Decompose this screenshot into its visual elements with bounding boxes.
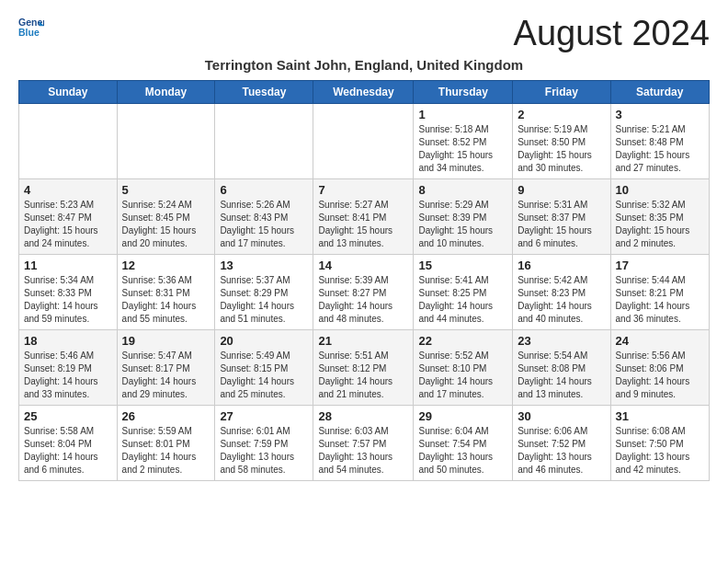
day-info: Sunrise: 5:23 AMSunset: 8:47 PMDaylight:…: [24, 199, 112, 250]
calendar-cell: 20 Sunrise: 5:49 AMSunset: 8:15 PMDaylig…: [215, 329, 313, 405]
day-info: Sunrise: 5:52 AMSunset: 8:10 PMDaylight:…: [418, 350, 507, 401]
day-info: Sunrise: 5:59 AMSunset: 8:01 PMDaylight:…: [122, 425, 210, 477]
calendar-cell: 29 Sunrise: 6:04 AMSunset: 7:54 PMDaylig…: [414, 405, 513, 480]
day-info: Sunrise: 6:04 AMSunset: 7:54 PMDaylight:…: [418, 425, 507, 477]
day-number: 13: [220, 259, 308, 272]
calendar-cell: 4 Sunrise: 5:23 AMSunset: 8:47 PMDayligh…: [19, 178, 118, 254]
day-number: 16: [518, 259, 605, 272]
day-info: Sunrise: 6:01 AMSunset: 7:59 PMDaylight:…: [220, 425, 308, 477]
day-number: 29: [418, 409, 507, 423]
calendar-week-row: 11 Sunrise: 5:34 AMSunset: 8:33 PMDaylig…: [19, 254, 710, 329]
day-number: 21: [318, 334, 408, 348]
calendar-cell: [215, 103, 313, 178]
day-number: 18: [24, 334, 112, 348]
weekday-header: Wednesday: [313, 80, 414, 103]
calendar-cell: 1 Sunrise: 5:18 AMSunset: 8:52 PMDayligh…: [414, 103, 513, 178]
day-info: Sunrise: 6:03 AMSunset: 7:57 PMDaylight:…: [318, 425, 408, 477]
day-info: Sunrise: 5:26 AMSunset: 8:43 PMDaylight:…: [220, 199, 308, 250]
calendar-cell: 15 Sunrise: 5:41 AMSunset: 8:25 PMDaylig…: [414, 254, 513, 329]
day-number: 26: [122, 409, 210, 423]
day-number: 9: [518, 183, 605, 197]
calendar-cell: 26 Sunrise: 5:59 AMSunset: 8:01 PMDaylig…: [117, 405, 215, 480]
day-number: 10: [616, 183, 704, 197]
calendar-cell: 19 Sunrise: 5:47 AMSunset: 8:17 PMDaylig…: [117, 329, 215, 405]
day-number: 5: [122, 183, 210, 197]
day-number: 19: [122, 334, 210, 348]
day-number: 12: [122, 259, 210, 272]
title-area: August 2024: [514, 15, 710, 53]
weekday-header: Friday: [513, 80, 610, 103]
day-info: Sunrise: 5:44 AMSunset: 8:21 PMDaylight:…: [616, 274, 704, 326]
day-number: 23: [518, 334, 605, 348]
day-number: 8: [418, 183, 507, 197]
day-number: 7: [318, 183, 408, 197]
day-info: Sunrise: 5:56 AMSunset: 8:06 PMDaylight:…: [616, 350, 704, 401]
day-info: Sunrise: 5:21 AMSunset: 8:48 PMDaylight:…: [616, 123, 704, 175]
calendar-cell: 16 Sunrise: 5:42 AMSunset: 8:23 PMDaylig…: [513, 254, 610, 329]
main-title: August 2024: [514, 15, 710, 53]
day-number: 27: [220, 409, 308, 423]
calendar-cell: 25 Sunrise: 5:58 AMSunset: 8:04 PMDaylig…: [19, 405, 118, 480]
calendar-table: SundayMondayTuesdayWednesdayThursdayFrid…: [18, 80, 710, 481]
day-info: Sunrise: 5:39 AMSunset: 8:27 PMDaylight:…: [318, 274, 408, 326]
calendar-cell: 18 Sunrise: 5:46 AMSunset: 8:19 PMDaylig…: [19, 329, 118, 405]
calendar-cell: 14 Sunrise: 5:39 AMSunset: 8:27 PMDaylig…: [313, 254, 414, 329]
page-header: General Blue August 2024: [18, 15, 710, 53]
day-number: 6: [220, 183, 308, 197]
day-info: Sunrise: 5:31 AMSunset: 8:37 PMDaylight:…: [518, 199, 605, 250]
calendar-cell: 13 Sunrise: 5:37 AMSunset: 8:29 PMDaylig…: [215, 254, 313, 329]
day-info: Sunrise: 5:18 AMSunset: 8:52 PMDaylight:…: [418, 123, 507, 175]
day-info: Sunrise: 5:19 AMSunset: 8:50 PMDaylight:…: [518, 123, 605, 175]
day-number: 25: [24, 409, 112, 423]
day-number: 22: [418, 334, 507, 348]
calendar-cell: 17 Sunrise: 5:44 AMSunset: 8:21 PMDaylig…: [610, 254, 709, 329]
calendar-cell: 30 Sunrise: 6:06 AMSunset: 7:52 PMDaylig…: [513, 405, 610, 480]
calendar-cell: 3 Sunrise: 5:21 AMSunset: 8:48 PMDayligh…: [610, 103, 709, 178]
day-info: Sunrise: 5:47 AMSunset: 8:17 PMDaylight:…: [122, 350, 210, 401]
calendar-cell: 24 Sunrise: 5:56 AMSunset: 8:06 PMDaylig…: [610, 329, 709, 405]
calendar-cell: 22 Sunrise: 5:52 AMSunset: 8:10 PMDaylig…: [414, 329, 513, 405]
day-info: Sunrise: 5:42 AMSunset: 8:23 PMDaylight:…: [518, 274, 605, 326]
day-number: 24: [616, 334, 704, 348]
day-info: Sunrise: 5:49 AMSunset: 8:15 PMDaylight:…: [220, 350, 308, 401]
day-number: 11: [24, 259, 112, 272]
day-info: Sunrise: 5:24 AMSunset: 8:45 PMDaylight:…: [122, 199, 210, 250]
day-info: Sunrise: 5:58 AMSunset: 8:04 PMDaylight:…: [24, 425, 112, 477]
calendar-cell: 7 Sunrise: 5:27 AMSunset: 8:41 PMDayligh…: [313, 178, 414, 254]
day-info: Sunrise: 5:41 AMSunset: 8:25 PMDaylight:…: [418, 274, 507, 326]
day-number: 30: [518, 409, 605, 423]
calendar-cell: 9 Sunrise: 5:31 AMSunset: 8:37 PMDayligh…: [513, 178, 610, 254]
calendar-cell: 11 Sunrise: 5:34 AMSunset: 8:33 PMDaylig…: [19, 254, 118, 329]
calendar-cell: [313, 103, 414, 178]
weekday-header: Sunday: [19, 80, 118, 103]
calendar-cell: 23 Sunrise: 5:54 AMSunset: 8:08 PMDaylig…: [513, 329, 610, 405]
svg-text:Blue: Blue: [18, 27, 40, 38]
calendar-week-row: 18 Sunrise: 5:46 AMSunset: 8:19 PMDaylig…: [19, 329, 710, 405]
calendar-cell: 27 Sunrise: 6:01 AMSunset: 7:59 PMDaylig…: [215, 405, 313, 480]
calendar-cell: 8 Sunrise: 5:29 AMSunset: 8:39 PMDayligh…: [414, 178, 513, 254]
calendar-week-row: 1 Sunrise: 5:18 AMSunset: 8:52 PMDayligh…: [19, 103, 710, 178]
day-number: 2: [518, 108, 605, 121]
day-info: Sunrise: 5:36 AMSunset: 8:31 PMDaylight:…: [122, 274, 210, 326]
calendar-week-row: 4 Sunrise: 5:23 AMSunset: 8:47 PMDayligh…: [19, 178, 710, 254]
weekday-header: Thursday: [414, 80, 513, 103]
calendar-cell: 10 Sunrise: 5:32 AMSunset: 8:35 PMDaylig…: [610, 178, 709, 254]
calendar-cell: 6 Sunrise: 5:26 AMSunset: 8:43 PMDayligh…: [215, 178, 313, 254]
day-info: Sunrise: 5:34 AMSunset: 8:33 PMDaylight:…: [24, 274, 112, 326]
day-info: Sunrise: 5:29 AMSunset: 8:39 PMDaylight:…: [418, 199, 507, 250]
weekday-header: Saturday: [610, 80, 709, 103]
day-number: 4: [24, 183, 112, 197]
day-info: Sunrise: 5:37 AMSunset: 8:29 PMDaylight:…: [220, 274, 308, 326]
day-number: 20: [220, 334, 308, 348]
day-info: Sunrise: 5:27 AMSunset: 8:41 PMDaylight:…: [318, 199, 408, 250]
day-number: 1: [418, 108, 507, 121]
calendar-cell: [117, 103, 215, 178]
day-number: 17: [616, 259, 704, 272]
logo: General Blue: [18, 15, 44, 40]
day-info: Sunrise: 5:32 AMSunset: 8:35 PMDaylight:…: [616, 199, 704, 250]
day-info: Sunrise: 6:08 AMSunset: 7:50 PMDaylight:…: [616, 425, 704, 477]
logo-icon: General Blue: [18, 15, 44, 40]
calendar-cell: 21 Sunrise: 5:51 AMSunset: 8:12 PMDaylig…: [313, 329, 414, 405]
day-number: 3: [616, 108, 704, 121]
weekday-header-row: SundayMondayTuesdayWednesdayThursdayFrid…: [19, 80, 710, 103]
